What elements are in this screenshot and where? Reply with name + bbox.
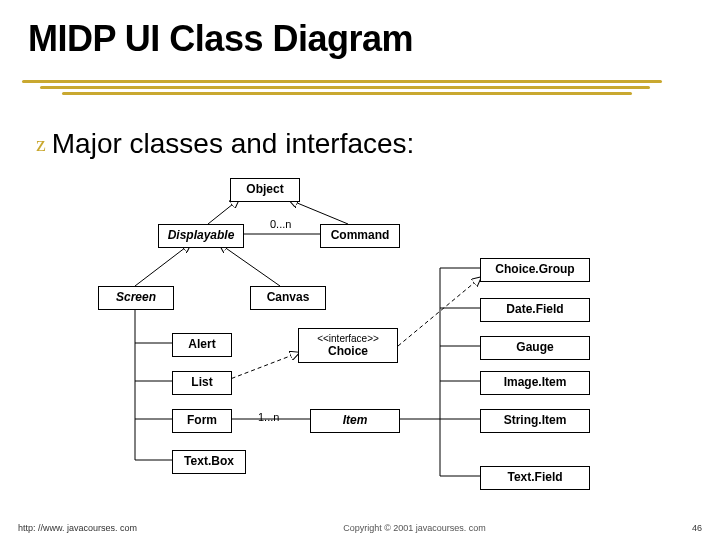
- class-choice: <<interface>> Choice: [298, 328, 398, 363]
- class-object: Object: [230, 178, 300, 202]
- footer-page: 46: [692, 523, 702, 533]
- class-imageitem: Image.Item: [480, 371, 590, 395]
- bullet-text: Major classes and interfaces:: [52, 128, 415, 160]
- svg-line-4: [220, 244, 280, 286]
- class-list: List: [172, 371, 232, 395]
- slide-title: MIDP UI Class Diagram: [0, 0, 720, 68]
- svg-line-3: [135, 244, 190, 286]
- class-item: Item: [310, 409, 400, 433]
- class-textfield: Text.Field: [480, 466, 590, 490]
- footer-url: http: //www. javacourses. com: [18, 523, 137, 533]
- class-stringitem: String.Item: [480, 409, 590, 433]
- label-zero-n: 0...n: [270, 218, 291, 230]
- bullet-major-classes: z Major classes and interfaces:: [36, 128, 414, 160]
- class-gauge: Gauge: [480, 336, 590, 360]
- label-one-n: 1...n: [258, 411, 279, 423]
- slide-footer: http: //www. javacourses. com Copyright …: [0, 516, 720, 540]
- choice-stereotype: <<interface>>: [305, 333, 391, 345]
- svg-line-1: [290, 200, 348, 224]
- class-command: Command: [320, 224, 400, 248]
- class-form: Form: [172, 409, 232, 433]
- choice-name: Choice: [305, 345, 391, 359]
- class-displayable: Displayable: [158, 224, 244, 248]
- class-screen: Screen: [98, 286, 174, 310]
- svg-line-12: [398, 278, 480, 346]
- class-choicegroup: Choice.Group: [480, 258, 590, 282]
- class-datefield: Date.Field: [480, 298, 590, 322]
- bullet-icon: z: [36, 131, 46, 157]
- footer-copyright: Copyright © 2001 javacourses. com: [343, 523, 486, 533]
- uml-diagram: Object Displayable Command Screen Canvas…: [80, 178, 680, 498]
- class-canvas: Canvas: [250, 286, 326, 310]
- svg-line-0: [208, 200, 238, 224]
- class-alert: Alert: [172, 333, 232, 357]
- class-textbox: Text.Box: [172, 450, 246, 474]
- svg-line-10: [225, 353, 298, 381]
- title-underline: [22, 80, 682, 102]
